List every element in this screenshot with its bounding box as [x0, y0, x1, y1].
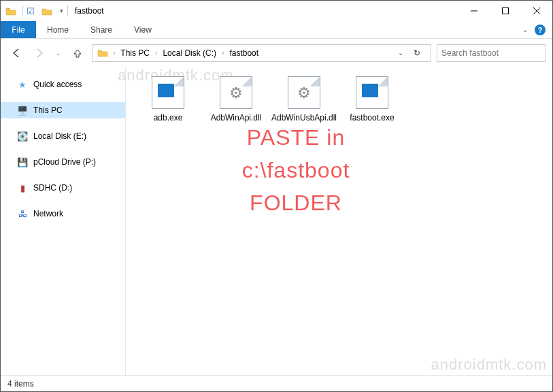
quick-access-toolbar: ☑ ▾ — [1, 1, 69, 21]
separator — [22, 5, 23, 16]
sidebar-item-label: SDHC (D:) — [33, 183, 72, 193]
explorer-body: ★ Quick access 🖥️ This PC 💽 Local Disk (… — [1, 67, 552, 375]
watermark-text: androidmtk.com — [431, 356, 547, 374]
file-tab[interactable]: File — [1, 21, 36, 38]
svg-rect-1 — [503, 8, 509, 14]
sidebar-item-label: This PC — [33, 105, 63, 115]
breadcrumb[interactable]: fastboot — [225, 48, 263, 58]
up-button[interactable] — [69, 44, 86, 62]
app-icon — [5, 6, 17, 16]
close-button[interactable] — [521, 1, 552, 21]
sidebar-item-pcloud-drive[interactable]: 💾 pCloud Drive (P:) — [1, 154, 125, 170]
file-item[interactable]: AdbWinUsbApi.dll — [278, 76, 330, 123]
sidebar-spacer — [1, 118, 125, 128]
star-icon: ★ — [17, 79, 28, 90]
tab-share[interactable]: Share — [80, 21, 123, 38]
overlay-line: c:\fastboot — [180, 154, 412, 186]
forward-button[interactable] — [31, 44, 48, 62]
network-icon: 🖧 — [17, 208, 28, 219]
sidebar-spacer — [1, 196, 125, 206]
refresh-button[interactable]: ↻ — [409, 48, 425, 58]
address-folder-icon — [97, 48, 109, 58]
sidebar-item-this-pc[interactable]: 🖥️ This PC — [1, 102, 125, 118]
window-title: fastboot — [75, 6, 104, 16]
sidebar-item-sdhc[interactable]: ▮ SDHC (D:) — [1, 180, 125, 196]
sidebar-item-label: pCloud Drive (P:) — [33, 157, 96, 167]
sidebar-spacer — [1, 93, 125, 102]
sidebar-item-label: Network — [33, 209, 63, 218]
ribbon-tabs: File Home Share View ⌄ ? — [1, 21, 552, 39]
status-bar: 4 items — [1, 375, 552, 391]
overlay-line: PASTE in — [180, 121, 412, 154]
sidebar-spacer — [1, 144, 125, 154]
overlay-line: FOLDER — [180, 186, 412, 219]
exe-icon — [152, 76, 184, 109]
ribbon-expand-icon[interactable]: ⌄ — [522, 26, 528, 33]
navigation-pane: ★ Quick access 🖥️ This PC 💽 Local Disk (… — [1, 67, 126, 375]
file-name: adb.exe — [154, 113, 183, 123]
drive-icon: 💾 — [17, 157, 28, 167]
recent-dropdown-icon[interactable]: ⌄ — [54, 44, 63, 62]
sd-icon: ▮ — [17, 182, 28, 193]
file-grid: adb.exe AdbWinApi.dll AdbWinUsbApi.dll f… — [142, 76, 552, 123]
computer-icon: 🖥️ — [17, 105, 28, 116]
window-controls — [458, 1, 552, 21]
qat-dropdown-icon[interactable]: ▾ — [57, 7, 66, 14]
exe-icon — [356, 76, 388, 109]
file-item[interactable]: fastboot.exe — [346, 76, 398, 123]
chevron-right-icon[interactable]: › — [154, 49, 158, 56]
search-placeholder: Search fastboot — [441, 48, 499, 58]
search-input[interactable]: Search fastboot — [437, 44, 546, 62]
dll-icon — [288, 76, 320, 109]
qat-checkbox-icon[interactable]: ☑ — [24, 6, 37, 16]
status-item-count: 4 items — [7, 379, 34, 389]
address-dropdown-icon[interactable]: ⌄ — [398, 49, 403, 56]
chevron-right-icon[interactable]: › — [112, 49, 116, 56]
sidebar-item-label: Quick access — [33, 80, 82, 89]
sidebar-item-local-disk-e[interactable]: 💽 Local Disk (E:) — [1, 128, 125, 144]
navigation-bar: ⌄ › This PC › Local Disk (C:) › fastboot… — [1, 39, 552, 67]
help-icon[interactable]: ? — [535, 24, 546, 35]
back-button[interactable] — [7, 44, 25, 62]
breadcrumb[interactable]: This PC — [116, 48, 154, 58]
separator — [67, 5, 68, 16]
tab-view[interactable]: View — [123, 21, 163, 38]
sidebar-spacer — [1, 170, 125, 180]
minimize-button[interactable] — [458, 1, 490, 21]
title-bar: ☑ ▾ fastboot — [1, 1, 552, 21]
sidebar-item-network[interactable]: 🖧 Network — [1, 206, 125, 222]
tab-home[interactable]: Home — [36, 21, 80, 38]
address-bar[interactable]: › This PC › Local Disk (C:) › fastboot ⌄… — [92, 44, 431, 62]
sidebar-item-label: Local Disk (E:) — [33, 131, 86, 141]
file-pane[interactable]: androidmtk.com adb.exe AdbWinApi.dll Adb… — [126, 67, 552, 375]
qat-folder-icon[interactable] — [41, 6, 53, 16]
file-item[interactable]: adb.exe — [142, 76, 194, 123]
annotation-overlay: PASTE in c:\fastboot FOLDER — [180, 121, 412, 219]
disk-icon: 💽 — [17, 131, 28, 142]
file-item[interactable]: AdbWinApi.dll — [210, 76, 262, 123]
dll-icon — [220, 76, 252, 109]
maximize-button[interactable] — [490, 1, 521, 21]
chevron-right-icon[interactable]: › — [220, 49, 225, 56]
sidebar-item-quick-access[interactable]: ★ Quick access — [1, 76, 125, 93]
breadcrumb[interactable]: Local Disk (C:) — [158, 48, 220, 58]
